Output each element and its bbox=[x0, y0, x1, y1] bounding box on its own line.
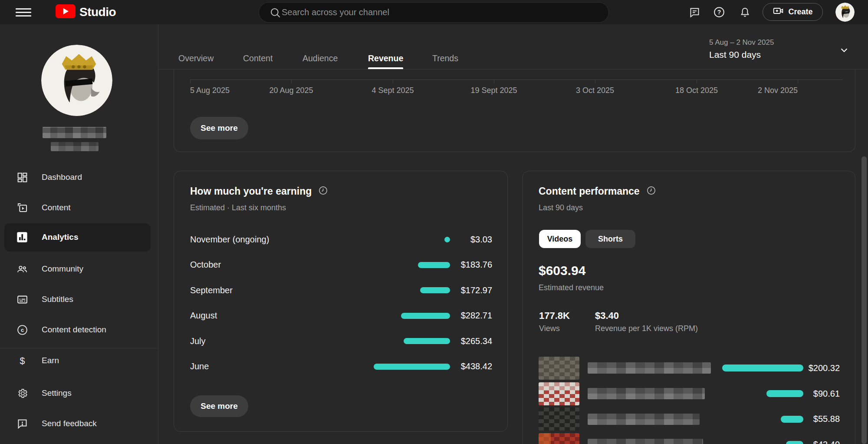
sidebar-item-community[interactable]: Community bbox=[0, 254, 158, 284]
month-label: September bbox=[190, 285, 374, 295]
sidebar-item-settings[interactable]: Settings bbox=[0, 378, 158, 408]
dollar-icon: $ bbox=[16, 355, 28, 367]
video-revenue-bar bbox=[781, 416, 803, 423]
sidebar-item-content-detection[interactable]: c Content detection bbox=[0, 315, 158, 345]
sidebar-item-earn[interactable]: $ Earn bbox=[0, 345, 158, 376]
month-label: August bbox=[190, 311, 374, 321]
rpm-value: $3.40 bbox=[595, 310, 619, 321]
svg-text:?: ? bbox=[717, 9, 721, 16]
video-title-redacted bbox=[588, 439, 703, 444]
community-icon bbox=[16, 263, 28, 275]
create-button[interactable]: Create bbox=[763, 3, 823, 21]
channel-avatar[interactable] bbox=[41, 45, 112, 116]
performance-card-title: Content performance bbox=[539, 186, 640, 197]
tab-audience[interactable]: Audience bbox=[302, 24, 338, 69]
earnings-card: How much you're earning Estimated · Last… bbox=[174, 171, 508, 432]
video-row[interactable]: $55.88 bbox=[539, 406, 840, 432]
sidebar-item-label: Community bbox=[42, 264, 83, 274]
see-more-button[interactable]: See more bbox=[190, 395, 248, 417]
create-label: Create bbox=[788, 7, 812, 17]
svg-text:$: $ bbox=[20, 355, 25, 366]
sidebar-item-analytics[interactable]: Analytics bbox=[0, 222, 158, 252]
see-more-button[interactable]: See more bbox=[190, 117, 248, 139]
earnings-value: $282.71 bbox=[450, 311, 492, 321]
earnings-bar bbox=[418, 262, 450, 268]
earnings-bar bbox=[444, 237, 450, 242]
notifications-bell-icon[interactable] bbox=[739, 6, 751, 18]
date-picker-toggle[interactable] bbox=[835, 42, 853, 59]
tab-revenue[interactable]: Revenue bbox=[368, 24, 403, 69]
video-row[interactable]: $90.61 bbox=[539, 381, 840, 407]
sidebar-item-label: Settings bbox=[42, 388, 72, 398]
shorts-chip[interactable]: Shorts bbox=[585, 230, 635, 248]
video-row[interactable]: $200.32 bbox=[539, 355, 840, 381]
search-bar[interactable] bbox=[259, 2, 609, 23]
video-thumbnail[interactable] bbox=[539, 433, 579, 444]
svg-text:c: c bbox=[20, 327, 23, 333]
month-label: November (ongoing) bbox=[190, 235, 374, 245]
video-title-redacted bbox=[588, 388, 705, 399]
earnings-value: $265.34 bbox=[450, 336, 492, 346]
sidebar-item-label: Content bbox=[42, 203, 71, 212]
chevron-down-icon bbox=[838, 44, 850, 57]
month-label: June bbox=[190, 361, 374, 371]
earnings-card-title: How much you're earning bbox=[190, 186, 312, 197]
content-icon bbox=[16, 202, 28, 214]
video-revenue-value: $43.40 bbox=[803, 440, 840, 444]
earnings-row: June $438.42 bbox=[190, 354, 492, 380]
tab-overview[interactable]: Overview bbox=[178, 24, 214, 69]
month-label: July bbox=[190, 336, 374, 346]
sidebar-divider bbox=[0, 348, 158, 348]
feedback-chat-icon[interactable] bbox=[688, 6, 700, 18]
earnings-card-subtitle: Estimated · Last six months bbox=[190, 203, 286, 212]
earnings-value: $438.42 bbox=[450, 361, 492, 371]
sidebar-item-subtitles[interactable]: Subtitles bbox=[0, 284, 158, 315]
earnings-bar bbox=[401, 313, 450, 319]
video-title-redacted bbox=[588, 414, 700, 425]
rpm-label: Revenue per 1K views (RPM) bbox=[595, 324, 698, 333]
axis-tick-label: 5 Aug 2025 bbox=[190, 86, 230, 95]
search-input[interactable] bbox=[281, 7, 599, 18]
videos-chip[interactable]: Videos bbox=[539, 230, 581, 248]
video-revenue-bar bbox=[766, 390, 803, 397]
video-revenue-value: $200.32 bbox=[803, 363, 840, 373]
create-video-icon bbox=[773, 5, 784, 19]
video-thumbnail[interactable] bbox=[539, 357, 579, 380]
subtitles-icon bbox=[16, 293, 28, 305]
axis-tick-label: 18 Oct 2025 bbox=[675, 86, 718, 95]
sidebar-item-content[interactable]: Content bbox=[0, 192, 158, 223]
video-row[interactable]: $43.40 bbox=[539, 432, 840, 444]
page-scrollbar[interactable] bbox=[861, 156, 867, 444]
content-performance-card: Content performance Last 90 days Videos … bbox=[522, 171, 855, 444]
account-avatar[interactable] bbox=[835, 3, 855, 22]
sidebar-item-dashboard[interactable]: Dashboard bbox=[0, 162, 158, 192]
estimated-revenue-label: Estimated revenue bbox=[539, 283, 604, 292]
analytics-icon bbox=[16, 231, 28, 243]
youtube-play-icon bbox=[56, 4, 76, 20]
axis-tick-label: 19 Sept 2025 bbox=[470, 86, 517, 95]
feedback-icon bbox=[16, 417, 28, 430]
studio-logo[interactable]: Studio bbox=[56, 5, 116, 19]
date-preset-text: Last 90 days bbox=[709, 50, 761, 60]
sidebar-item-label: Send feedback bbox=[42, 419, 97, 428]
axis-tick-label: 4 Sept 2025 bbox=[372, 86, 414, 95]
menu-icon[interactable] bbox=[15, 6, 32, 19]
sidebar: Dashboard Content Analytics Community Su bbox=[0, 24, 158, 444]
video-title-redacted bbox=[588, 362, 711, 374]
earnings-row: November (ongoing) $3.03 bbox=[190, 227, 492, 252]
time-info-icon[interactable] bbox=[646, 186, 656, 197]
earnings-bar bbox=[420, 287, 450, 293]
search-icon bbox=[270, 7, 281, 20]
video-thumbnail[interactable] bbox=[539, 382, 579, 405]
tab-content[interactable]: Content bbox=[243, 24, 273, 69]
earnings-value: $183.76 bbox=[450, 260, 492, 270]
video-thumbnail[interactable] bbox=[539, 408, 579, 431]
earnings-value: $172.97 bbox=[450, 285, 492, 295]
dashboard-icon bbox=[16, 171, 28, 183]
monthly-earnings-list: November (ongoing) $3.03 October $183.76… bbox=[190, 227, 492, 379]
tab-trends[interactable]: Trends bbox=[432, 24, 458, 69]
sidebar-item-label: Subtitles bbox=[42, 295, 73, 304]
help-icon[interactable]: ? bbox=[713, 6, 725, 18]
sidebar-item-send-feedback[interactable]: Send feedback bbox=[0, 408, 158, 439]
time-info-icon[interactable] bbox=[318, 186, 328, 197]
